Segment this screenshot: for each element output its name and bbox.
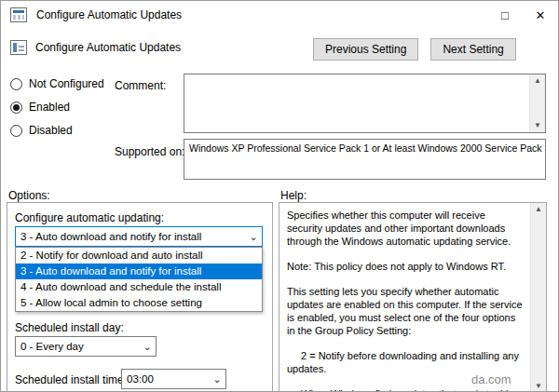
scroll-up-icon[interactable]: ▲: [531, 203, 546, 216]
dropdown-option-3-selected[interactable]: 3 - Auto download and notify for install: [16, 264, 262, 279]
supported-on-label: Supported on:: [115, 145, 184, 158]
comment-scrollbar[interactable]: ▲ ▼: [529, 74, 545, 132]
help-scrollbar[interactable]: ▲ ▼: [530, 203, 546, 392]
help-paragraph: When Windows finds updates that apply to…: [287, 387, 523, 392]
radio-option-disabled[interactable]: Disabled: [10, 124, 104, 137]
comment-label: Comment:: [115, 79, 166, 92]
chevron-down-icon[interactable]: ⌄: [245, 232, 262, 242]
radio-circle: [10, 125, 22, 137]
help-header: Help:: [280, 189, 307, 202]
help-text: Specifies whether this computer will rec…: [280, 203, 530, 392]
dropdown-option-2[interactable]: 2 - Notify for download and auto install: [16, 248, 262, 264]
configure-updating-label: Configure automatic updating:: [15, 211, 164, 224]
next-setting-button[interactable]: Next Setting: [430, 38, 515, 61]
scroll-up-icon[interactable]: ▲: [530, 74, 545, 88]
policy-icon: [10, 40, 27, 55]
configure-automatic-updates-dialog: Configure Automatic Updates □ ✕ Configur…: [0, 0, 559, 392]
scheduled-time-value: 03:00: [122, 373, 209, 385]
radio-label: Disabled: [29, 124, 73, 137]
scheduled-day-value: 0 - Every day: [16, 341, 139, 352]
maximize-button[interactable]: □: [487, 1, 523, 29]
close-button[interactable]: ✕: [523, 1, 558, 29]
options-panel: Configure automatic updating: 3 - Auto d…: [7, 202, 273, 392]
scheduled-day-label: Scheduled install day:: [15, 321, 124, 334]
dropdown-option-4[interactable]: 4 - Auto download and schedule the insta…: [16, 279, 262, 295]
radio-option-not-configured[interactable]: Not Configured: [10, 77, 104, 90]
dropdown-option-5[interactable]: 5 - Allow local admin to choose setting: [16, 295, 262, 311]
supported-on-value: Windows XP Professional Service Pack 1 o…: [184, 139, 546, 180]
radio-option-enabled[interactable]: Enabled: [10, 101, 104, 114]
help-paragraph: 2 = Notify before downloading and instal…: [287, 349, 523, 375]
configure-updating-value: 3 - Auto download and notify for install: [16, 231, 245, 242]
help-paragraph: This setting lets you specify whether au…: [287, 285, 523, 337]
scroll-down-icon[interactable]: ▼: [530, 119, 545, 132]
chevron-down-icon[interactable]: ⌄: [209, 374, 225, 385]
help-paragraph: Note: This policy does not apply to Wind…: [287, 260, 523, 273]
scheduled-day-dropdown[interactable]: 0 - Every day ⌄: [15, 336, 157, 357]
watermark: da.com: [471, 372, 511, 386]
radio-circle: [10, 78, 22, 90]
radio-label: Enabled: [29, 101, 70, 114]
chevron-down-icon[interactable]: ⌄: [139, 342, 156, 352]
radio-label: Not Configured: [29, 77, 104, 90]
scheduled-time-label: Scheduled install time:: [15, 373, 127, 386]
state-radio-group: Not Configured Enabled Disabled: [10, 77, 104, 147]
scroll-down-icon[interactable]: ▼: [531, 380, 546, 392]
options-header: Options:: [8, 189, 50, 202]
previous-setting-button[interactable]: Previous Setting: [313, 38, 418, 61]
help-panel: Specifies whether this computer will rec…: [279, 202, 547, 392]
radio-circle-selected: [10, 101, 22, 114]
app-icon: [10, 7, 27, 22]
policy-header: Configure Automatic Updates: [10, 40, 181, 55]
policy-name: Configure Automatic Updates: [35, 41, 181, 54]
comment-input[interactable]: ▲ ▼: [184, 74, 546, 133]
setting-nav-buttons: Previous Setting Next Setting: [313, 38, 516, 61]
configure-updating-dropdown[interactable]: 3 - Auto download and notify for install…: [15, 226, 263, 247]
configure-updating-options-list: 2 - Notify for download and auto install…: [15, 247, 263, 312]
help-paragraph: Specifies whether this computer will rec…: [287, 209, 523, 248]
scheduled-time-dropdown[interactable]: 03:00 ⌄: [121, 369, 226, 389]
window-controls: □ ✕: [487, 1, 558, 29]
titlebar[interactable]: Configure Automatic Updates □ ✕: [1, 1, 558, 29]
window-title: Configure Automatic Updates: [36, 8, 182, 21]
